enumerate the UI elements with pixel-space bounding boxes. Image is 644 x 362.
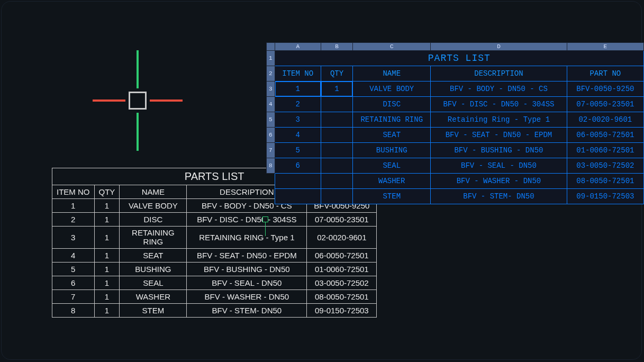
grid-cell-name[interactable]: WASHER	[353, 174, 431, 189]
grid-hdr-desc[interactable]: DESCRIPTION	[431, 66, 567, 82]
grid-hdr-part[interactable]: PART NO	[567, 66, 643, 82]
grid-cell-name[interactable]: SEAT	[353, 128, 431, 143]
grid-cell-qty[interactable]	[321, 158, 352, 174]
grid-cell-desc[interactable]: BFV - STEM- DN50	[431, 189, 567, 204]
cell-part[interactable]: 01-0060-72501	[307, 263, 377, 276]
grid-hdr-qty[interactable]: QTY	[321, 66, 352, 82]
grid-cell-part[interactable]: 07-0050-23501	[567, 97, 643, 112]
grid-col-A[interactable]: A	[275, 43, 321, 51]
grid-cell-item[interactable]: 5	[275, 143, 321, 158]
grid-row[interactable]: 311VALVE BODYBFV - BODY - DN50 - CSBFV-0…	[267, 82, 644, 97]
table-row[interactable]: 51BUSHINGBFV - BUSHING - DN5001-0060-725…	[52, 263, 377, 276]
cell-desc[interactable]: BFV - DISC - DN50 - 304SS	[187, 213, 307, 227]
drawing-canvas[interactable]: PARTS LIST ITEM NO QTY NAME DESCRIPTION …	[0, 0, 644, 362]
cell-item[interactable]: 5	[52, 263, 95, 276]
grid-cell-desc[interactable]: BFV - WASHER - DN50	[431, 174, 567, 189]
cell-qty[interactable]: 1	[94, 227, 120, 249]
grid-cell-desc[interactable]: BFV - BUSHING - DN50	[431, 143, 567, 158]
grid-cell-part[interactable]: 09-0150-72503	[567, 189, 643, 204]
grid-cell-name[interactable]: VALVE BODY	[353, 82, 431, 97]
grid-row[interactable]: 75BUSHINGBFV - BUSHING - DN5001-0060-725…	[267, 143, 644, 158]
cell-desc[interactable]: BFV - BUSHING - DN50	[187, 263, 307, 276]
grid-row[interactable]: 64SEATBFV - SEAT - DN50 - EPDM06-0050-72…	[267, 128, 644, 143]
cell-qty[interactable]: 1	[94, 263, 120, 276]
cell-qty[interactable]: 1	[94, 199, 120, 213]
cell-name[interactable]: SEAT	[120, 249, 187, 263]
cell-name[interactable]: BUSHING	[120, 263, 187, 276]
grid-cell-qty[interactable]	[321, 143, 352, 158]
cell-desc[interactable]: BFV - WASHER - DN50	[187, 290, 307, 304]
grid-cell-item[interactable]: 2	[275, 97, 321, 112]
table-row[interactable]: 41SEATBFV - SEAT - DN50 - EPDM06-0050-72…	[52, 249, 377, 263]
cell-item[interactable]: 6	[52, 276, 95, 290]
cell-desc[interactable]: BFV - SEAT - DN50 - EPDM	[187, 249, 307, 263]
cell-part[interactable]: 03-0050-72502	[307, 276, 377, 290]
grid-cell-item[interactable]	[275, 189, 321, 204]
cell-item[interactable]: 4	[52, 249, 95, 263]
cell-part[interactable]: 02-0020-9601	[307, 227, 377, 249]
grid-cell-desc[interactable]: BFV - SEAL - DN50	[431, 158, 567, 174]
grid-cell-desc[interactable]: BFV - SEAT - DN50 - EPDM	[431, 128, 567, 143]
grid-hdr-name[interactable]: NAME	[353, 66, 431, 82]
grid-row-5[interactable]: 5	[267, 112, 275, 128]
cell-name[interactable]: DISC	[120, 213, 187, 227]
grid-cell-name[interactable]: RETAINING RING	[353, 112, 431, 128]
grid-cell-part[interactable]: 02-0020-9601	[567, 112, 643, 128]
grid-cell-qty[interactable]	[321, 189, 352, 204]
grid-cell-part[interactable]: 06-0050-72501	[567, 128, 643, 143]
grid-row[interactable]: 42DISCBFV - DISC - DN50 - 304SS07-0050-2…	[267, 97, 644, 112]
grid-cell-qty[interactable]	[321, 97, 352, 112]
table-row[interactable]: 71WASHERBFV - WASHER - DN5008-0050-72501	[52, 290, 377, 304]
grid-row[interactable]: 86SEALBFV - SEAL - DN5003-0050-72502	[267, 158, 644, 174]
cell-qty[interactable]: 1	[94, 304, 120, 318]
cell-item[interactable]: 3	[52, 227, 95, 249]
grid-cell-item[interactable]: 6	[275, 158, 321, 174]
grid-col-C[interactable]: C	[353, 43, 431, 51]
grid-cell-part[interactable]: 03-0050-72502	[567, 158, 643, 174]
grid-row-4[interactable]: 4	[267, 97, 275, 112]
grid-row[interactable]: 53RETAINING RINGRetaining Ring - Type 10…	[267, 112, 644, 128]
grid-cell-qty[interactable]	[321, 112, 352, 128]
grid-row-8[interactable]: 8	[267, 158, 275, 174]
grid-cell-name[interactable]: SEAL	[353, 158, 431, 174]
grid-cell-qty[interactable]	[321, 128, 352, 143]
grid-cell-item[interactable]: 1	[275, 82, 321, 97]
table-row[interactable]: 31RETAINING RINGRETAINING RING - Type 10…	[52, 227, 377, 249]
cell-qty[interactable]: 1	[94, 276, 120, 290]
grid-cell-qty[interactable]: 1	[321, 82, 352, 97]
grid-cell-item[interactable]: 3	[275, 112, 321, 128]
grid-cell-item[interactable]	[275, 174, 321, 189]
grid-row-3[interactable]: 3	[267, 82, 275, 97]
cell-item[interactable]: 7	[52, 290, 95, 304]
grid-cell-qty[interactable]	[321, 174, 352, 189]
parts-list-edit-grid[interactable]: A B C D E 1 PARTS LIST 2 ITEM NO QTY NAM…	[266, 42, 644, 204]
table-row[interactable]: 81STEMBFV - STEM- DN5009-0150-72503	[52, 304, 377, 318]
grid-col-D[interactable]: D	[431, 43, 567, 51]
cell-part[interactable]: 07-0050-23501	[307, 213, 377, 227]
table-row[interactable]: 61SEALBFV - SEAL - DN5003-0050-72502	[52, 276, 377, 290]
grid-cell-name[interactable]: BUSHING	[353, 143, 431, 158]
grid-row-6[interactable]: 6	[267, 128, 275, 143]
grid-row-2[interactable]: 2	[267, 66, 275, 82]
grid-cell-part[interactable]: 08-0050-72501	[567, 174, 643, 189]
cell-desc[interactable]: BFV - STEM- DN50	[187, 304, 307, 318]
cell-name[interactable]: WASHER	[120, 290, 187, 304]
grid-row-7[interactable]: 7	[267, 143, 275, 158]
grid-cell-part[interactable]: BFV-0050-9250	[567, 82, 643, 97]
grid-col-B[interactable]: B	[321, 43, 352, 51]
cell-item[interactable]: 8	[52, 304, 95, 318]
cell-item[interactable]: 2	[52, 213, 95, 227]
grid-cell-desc[interactable]: BFV - BODY - DN50 - CS	[431, 82, 567, 97]
grid-row-1[interactable]: 1	[267, 51, 275, 66]
grid-corner[interactable]	[267, 43, 275, 51]
grid-cell-desc[interactable]: BFV - DISC - DN50 - 304SS	[431, 97, 567, 112]
cell-item[interactable]: 1	[52, 199, 95, 213]
grid-col-E[interactable]: E	[567, 43, 643, 51]
grid-cell-name[interactable]: DISC	[353, 97, 431, 112]
cell-part[interactable]: 09-0150-72503	[307, 304, 377, 318]
cell-qty[interactable]: 1	[94, 290, 120, 304]
cell-name[interactable]: SEAL	[120, 276, 187, 290]
grid-row[interactable]: WASHERBFV - WASHER - DN5008-0050-72501	[267, 174, 644, 189]
cell-desc[interactable]: BFV - SEAL - DN50	[187, 276, 307, 290]
cell-name[interactable]: VALVE BODY	[120, 199, 187, 213]
